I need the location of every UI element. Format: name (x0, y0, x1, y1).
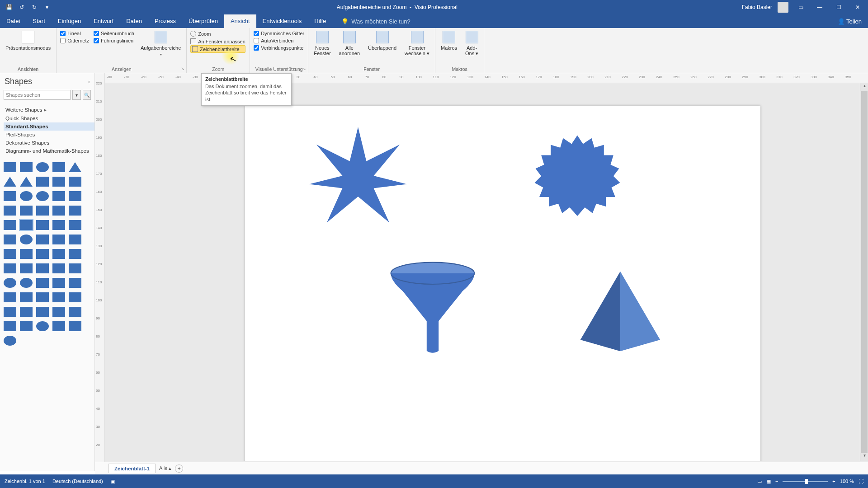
drawing-canvas[interactable] (105, 83, 860, 461)
more-shapes-item[interactable]: Weitere Shapes (4, 105, 94, 114)
new-window-button[interactable]: NeuesFenster (312, 30, 332, 57)
menu-ansicht[interactable]: Ansicht (224, 14, 256, 28)
shape-thumbnail[interactable] (4, 307, 16, 317)
connection-points-checkbox[interactable]: Verbindungspunkte (254, 44, 304, 52)
presentation-mode-button[interactable]: Präsentationsmodus (4, 30, 52, 52)
shape-thumbnail[interactable] (20, 307, 33, 317)
menu-überprüfen[interactable]: Überprüfen (182, 14, 224, 28)
shape-thumbnail[interactable] (4, 177, 16, 187)
shape-thumbnail[interactable] (69, 235, 81, 244)
shape-thumbnail[interactable] (4, 206, 16, 216)
zoom-slider[interactable] (783, 481, 828, 482)
menu-einfügen[interactable]: Einfügen (52, 14, 87, 28)
zoom-out-icon[interactable]: − (775, 479, 778, 484)
shape-thumbnail[interactable] (36, 321, 49, 331)
zoom-level[interactable]: 100 % (840, 479, 854, 484)
menu-entwicklertools[interactable]: Entwicklertools (256, 14, 308, 28)
shape-thumbnail[interactable] (20, 292, 33, 302)
user-name[interactable]: Fabio Basler (742, 4, 772, 10)
shape-thumbnail[interactable] (69, 278, 81, 288)
shape-thumbnail[interactable] (4, 263, 16, 273)
zoom-in-icon[interactable]: + (832, 479, 835, 484)
shape-thumbnail[interactable] (52, 292, 65, 302)
search-dropdown-icon[interactable]: ▾ (72, 90, 81, 100)
macros-button[interactable]: Makros (439, 30, 459, 52)
shape-thumbnail[interactable] (52, 191, 65, 201)
shape-thumbnail[interactable] (52, 220, 65, 230)
zoom-button[interactable]: Zoom (190, 30, 245, 38)
menu-entwurf[interactable]: Entwurf (87, 14, 120, 28)
add-page-button[interactable]: + (175, 465, 183, 473)
presentation-view-icon[interactable]: ▭ (757, 479, 762, 484)
switch-window-button[interactable]: Fensterwechseln ▾ (403, 30, 431, 57)
shape-thumbnail[interactable] (36, 177, 49, 187)
shape-thumbnail[interactable] (4, 336, 16, 346)
shape-thumbnail[interactable] (20, 321, 33, 331)
shape-thumbnail[interactable] (4, 292, 16, 302)
shape-thumbnail[interactable] (52, 278, 65, 288)
collapse-pane-icon[interactable]: ‹ (88, 79, 90, 85)
shape-thumbnail[interactable] (36, 278, 49, 288)
shape-thumbnail[interactable] (52, 249, 65, 259)
shape-thumbnail[interactable] (20, 162, 33, 172)
fullscreen-icon[interactable]: ⛶ (859, 479, 863, 484)
shapes-search-input[interactable] (4, 90, 71, 100)
shape-thumbnail[interactable] (20, 278, 33, 288)
stencil-item[interactable]: Standard-Shapes (4, 122, 94, 131)
macro-record-icon[interactable]: ▣ (110, 479, 115, 484)
shape-thumbnail[interactable] (52, 307, 65, 317)
shape-thumbnail[interactable] (4, 162, 16, 172)
shape-thumbnail[interactable] (69, 191, 81, 201)
menu-start[interactable]: Start (26, 14, 51, 28)
ribbon-options-icon[interactable]: ▭ (794, 3, 807, 12)
shape-thumbnail[interactable] (36, 249, 49, 259)
shape-thumbnail[interactable] (69, 321, 81, 331)
shape-thumbnail[interactable] (36, 263, 49, 273)
menu-hilfe[interactable]: Hilfe (308, 14, 332, 28)
drawing-page[interactable] (245, 106, 760, 461)
undo-icon[interactable]: ↺ (16, 2, 27, 13)
funnel-shape[interactable] (376, 259, 489, 359)
visuelle-launcher-icon[interactable]: ↘ (302, 66, 307, 72)
stencil-item[interactable]: Quick-Shapes (4, 114, 94, 122)
seitenumbruch-checkbox[interactable]: Seitenumbruch (94, 30, 134, 37)
shape-thumbnail[interactable] (4, 191, 16, 201)
page-tab[interactable]: Zeichenblatt-1 (108, 464, 156, 473)
menu-prozess[interactable]: Prozess (148, 14, 182, 28)
shape-thumbnail[interactable] (69, 220, 81, 230)
stencil-item[interactable]: Dekorative Shapes (4, 139, 94, 147)
cascade-button[interactable]: Überlappend (366, 30, 398, 52)
shape-thumbnail[interactable] (36, 191, 49, 201)
qat-customize-icon[interactable]: ▾ (42, 2, 52, 13)
menu-daten[interactable]: Daten (120, 14, 148, 28)
shape-thumbnail[interactable] (36, 292, 49, 302)
autoconnect-checkbox[interactable]: AutoVerbinden (254, 37, 304, 44)
shape-thumbnail[interactable] (20, 249, 33, 259)
anzeigen-launcher-icon[interactable]: ↘ (180, 66, 185, 72)
shape-thumbnail[interactable] (20, 206, 33, 216)
shape-thumbnail[interactable] (69, 249, 81, 259)
shape-thumbnail[interactable] (4, 321, 16, 331)
shape-thumbnail[interactable] (52, 263, 65, 273)
shape-thumbnail[interactable] (20, 177, 33, 187)
shape-thumbnail[interactable] (52, 162, 65, 172)
language-indicator[interactable]: Deutsch (Deutschland) (52, 479, 103, 484)
star-shape[interactable] (299, 124, 417, 228)
fuehrungslinien-checkbox[interactable]: Führungslinien (94, 37, 134, 44)
shape-thumbnail[interactable] (52, 235, 65, 244)
shape-thumbnail[interactable] (36, 307, 49, 317)
shape-thumbnail[interactable] (52, 177, 65, 187)
dynamic-grid-checkbox[interactable]: Dynamisches Gitter (254, 30, 304, 37)
shape-thumbnail[interactable] (4, 235, 16, 244)
shape-thumbnail[interactable] (36, 235, 49, 244)
gitternetz-checkbox[interactable]: Gitternetz (60, 37, 89, 44)
shape-thumbnail[interactable] (52, 321, 65, 331)
arrange-all-button[interactable]: Alleanordnen (337, 30, 362, 57)
shape-thumbnail[interactable] (69, 177, 81, 187)
shape-thumbnail[interactable] (69, 162, 81, 172)
shape-thumbnail[interactable] (20, 191, 33, 201)
shape-thumbnail[interactable] (69, 263, 81, 273)
vertical-scrollbar[interactable]: ▴▾ (860, 83, 868, 461)
minimize-icon[interactable]: — (813, 3, 826, 12)
pyramid-shape[interactable] (561, 264, 679, 359)
